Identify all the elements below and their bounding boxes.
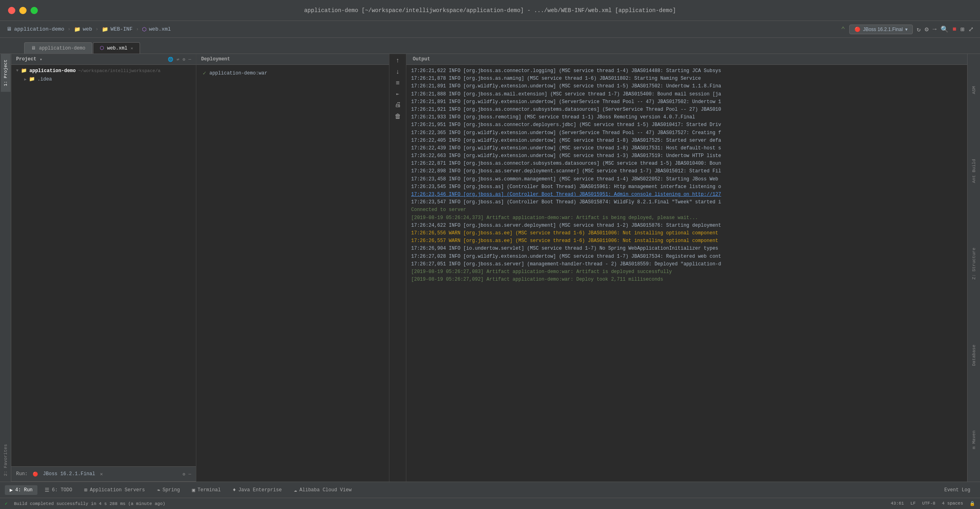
maximize-button[interactable] (31, 7, 38, 14)
right-label-database[interactable]: Database (972, 341, 976, 369)
arrow-right-icon[interactable]: → (933, 26, 937, 33)
deployment-content: ✓ application-demo:war (196, 65, 389, 482)
appservers-tab-icon: ⊞ (84, 487, 87, 493)
run-config: JBoss 16.2.1.Final (43, 471, 95, 477)
bottom-tab-eventlog[interactable]: Event Log (939, 486, 975, 495)
log-line-21: 17:26:26,556 WARN [org.jboss.as.ee] (MSC… (411, 230, 962, 237)
bottom-tab-run[interactable]: ▶ 4: Run (5, 485, 37, 495)
collapse-icon[interactable]: — (188, 57, 191, 62)
globe-icon[interactable]: 🌐 (168, 57, 173, 62)
log-line-17: 17:26:23,547 INFO [org.jboss.as] (Contro… (411, 199, 962, 206)
breadcrumb-sep-1: › (68, 26, 71, 32)
refresh-icon[interactable]: ↻ (917, 25, 921, 33)
line-ending[interactable]: LF (910, 501, 916, 506)
chevron-down-icon: ▾ (39, 57, 42, 62)
build-icon[interactable]: ⚙ (925, 25, 929, 33)
filter-icon[interactable]: ⇌ (177, 57, 179, 62)
print-icon[interactable]: 🖨 (395, 101, 401, 109)
log-line-18: Connected to server (411, 206, 962, 214)
terminal-tab-icon: ▣ (192, 487, 195, 493)
left-tab-strip: 1: Project 2: Favorites (0, 54, 11, 482)
settings-run-icon[interactable]: ⚙ (183, 472, 185, 477)
tree-arrow-idea: ▶ (24, 77, 27, 82)
scroll-end-icon[interactable]: ⇤ (396, 91, 399, 97)
bottom-tab-spring[interactable]: ❧ Spring (152, 485, 185, 495)
minimize-run-icon[interactable]: — (188, 472, 191, 476)
output-header: Output (406, 54, 967, 65)
deployment-header: Deployment (196, 54, 389, 65)
log-line-16[interactable]: 17:26:23,546 INFO [org.jboss.as] (Contro… (411, 191, 962, 199)
log-line-9: 17:26:22,405 INFO [org.wildfly.extension… (411, 137, 962, 145)
log-line-2: 17:26:21,891 INFO [org.wildfly.extension… (411, 83, 962, 90)
log-line-5: 17:26:21,921 INFO [org.jboss.as.connecto… (411, 106, 962, 114)
run-bar-right: ⚙ — (183, 472, 191, 477)
tab-application-demo[interactable]: 🖥 application-demo (24, 42, 92, 54)
status-bar: ✓ Build completed successfully in 4 s 28… (0, 498, 980, 509)
charset[interactable]: UTF-8 (922, 501, 935, 506)
spring-tab-icon: ❧ (157, 487, 160, 493)
log-line-15: 17:26:23,545 INFO [org.jboss.as] (Contro… (411, 183, 962, 191)
sidebar-item-favorites[interactable]: 2: Favorites (1, 439, 10, 482)
window-title: application-demo [~/workspace/intellijwo… (304, 7, 676, 14)
run-panel-content: Deployment ✓ application-demo:war ↑ ↓ ≡ … (196, 54, 967, 482)
right-label-structure[interactable]: Z: Structure (972, 244, 976, 283)
search-icon[interactable]: 🔍 (941, 25, 949, 33)
log-line-13: 17:26:22,898 INFO [org.jboss.as.server.d… (411, 168, 962, 175)
bottom-tab-appservers[interactable]: ⊞ Application Servers (79, 485, 150, 495)
tree-item-root[interactable]: ▼ 📁 application-demo ~/workspace/intelli… (11, 66, 196, 75)
arrow-up-action-icon[interactable]: ↑ (396, 57, 400, 64)
bottom-tab-alibaba[interactable]: ☁ Alibaba Cloud View (289, 485, 356, 495)
run-close-icon[interactable]: ✕ (100, 471, 103, 477)
tab-close-icon[interactable]: ✕ (131, 46, 133, 51)
trash-icon[interactable]: 🗑 (395, 113, 401, 120)
navigate-back-icon[interactable]: ⌃ (841, 25, 845, 34)
java-tab-icon: ♦ (233, 487, 236, 493)
breadcrumb-sep-3: › (136, 26, 139, 32)
project-title: Project (16, 56, 36, 62)
minimize-button[interactable] (19, 7, 27, 14)
folder-icon-2: 📁 (102, 26, 108, 33)
sidebar-item-project[interactable]: 1: Project (1, 54, 10, 92)
toolbar-icons: ⌃ 🔴 JBoss 16.2.1.Final ▾ ↻ ⚙ → 🔍 ■ ⊞ ⤢ (841, 25, 974, 34)
bottom-tab-java-enterprise[interactable]: ♦ Java Enterprise (228, 485, 287, 495)
arrow-down-action-icon[interactable]: ↓ (396, 68, 400, 76)
grid-icon[interactable]: ⊞ (960, 25, 964, 33)
jboss-config-button[interactable]: 🔴 JBoss 16.2.1.Final ▾ (849, 25, 913, 34)
run-panel: Deployment ✓ application-demo:war ↑ ↓ ≡ … (196, 54, 967, 482)
log-line-8: 17:26:22,365 INFO [org.wildfly.extension… (411, 129, 962, 137)
stop-icon[interactable]: ■ (953, 26, 957, 33)
bottom-tab-todo[interactable]: ☰ 6: TODO (40, 485, 77, 495)
window-controls (8, 7, 38, 14)
filter-action-icon[interactable]: ≡ (396, 80, 400, 87)
right-label-maven[interactable]: m Maven (972, 427, 976, 452)
close-button[interactable] (8, 7, 15, 14)
xml-tab-icon: ⬡ (100, 45, 104, 51)
status-right: 43:61 LF UTF-8 4 spaces 🔒 (891, 501, 975, 506)
app-icon: 🖥 (6, 26, 12, 32)
right-label-asm[interactable]: ASM (972, 83, 976, 97)
deployment-item-war[interactable]: ✓ application-demo:war (196, 68, 389, 78)
cursor-position[interactable]: 43:61 (891, 501, 904, 506)
breadcrumb-bar: 🖥 application-demo › 📁 web › 📁 WEB-INF ›… (0, 21, 980, 38)
tree-item-idea[interactable]: ▶ 📁 .idea (11, 75, 196, 83)
log-line-1: 17:26:21,878 INFO [org.jboss.as.naming] … (411, 75, 962, 83)
tab-webxml[interactable]: ⬡ web.xml ✕ (93, 42, 140, 54)
breadcrumb-app[interactable]: 🖥 application-demo (6, 26, 64, 32)
maximize-icon[interactable]: ⤢ (968, 25, 974, 33)
log-line-26: [2019-08-19 05:26:27,083] Artifact appli… (411, 268, 962, 276)
log-line-0: 17:26:21,622 INFO [org.jboss.as.connecto… (411, 67, 962, 75)
log-line-12: 17:26:22,871 INFO [org.jboss.as.connecto… (411, 160, 962, 168)
log-line-3: 17:26:21,888 INFO [org.jboss.as.mail.ext… (411, 91, 962, 98)
run-bar: Run: 🔴 JBoss 16.2.1.Final ✕ ⚙ — (11, 466, 196, 482)
right-label-ant[interactable]: Ant Build (972, 156, 976, 186)
settings-gear-icon[interactable]: ⚙ (183, 57, 185, 62)
breadcrumb-webinf[interactable]: 📁 WEB-INF (102, 26, 133, 33)
log-line-20: 17:26:24,622 INFO [org.jboss.as.server.d… (411, 222, 962, 230)
breadcrumb-webxml[interactable]: ⬡ web.xml (142, 26, 171, 33)
log-line-25: 17:26:27,051 INFO [org.jboss.as.server] … (411, 261, 962, 268)
breadcrumb-web[interactable]: 📁 web (74, 26, 92, 33)
bottom-tab-terminal[interactable]: ▣ Terminal (187, 485, 225, 495)
indent-setting[interactable]: 4 spaces (942, 501, 963, 506)
status-message: Build completed successfully in 4 s 288 … (14, 501, 165, 506)
folder-icon-idea: 📁 (29, 76, 35, 82)
